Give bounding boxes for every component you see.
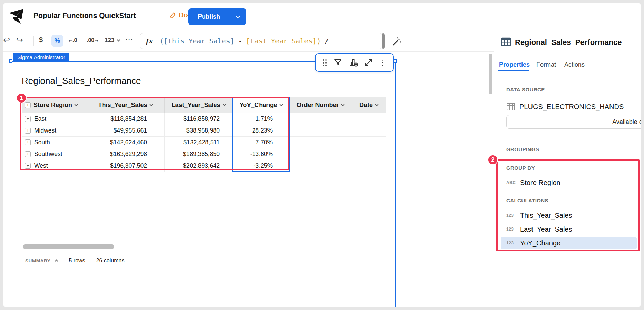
redo-icon[interactable]: ↪: [16, 35, 23, 45]
cell-last-year-sales[interactable]: $38,958,980: [165, 125, 233, 136]
chevron-down-icon[interactable]: [223, 103, 226, 106]
cell-store-region[interactable]: + South: [22, 136, 86, 148]
column-label: This_Year_Sales: [98, 101, 147, 109]
tab-properties[interactable]: Properties: [499, 61, 530, 68]
formula-input[interactable]: ƒx ([This_Year_Sales] - [Last_Year_Sales…: [140, 33, 383, 49]
cell-this-year-sales[interactable]: $49,955,661: [86, 125, 165, 136]
chevron-down-icon[interactable]: [375, 103, 379, 106]
cell-yoy-change[interactable]: 1.71%: [233, 113, 290, 125]
top-bar: Popular Functions QuickStart Draft Publi…: [3, 3, 641, 30]
column-header-this-year-sales[interactable]: This_Year_Sales: [86, 97, 165, 113]
cell-last-year-sales[interactable]: $202,893,642: [165, 160, 233, 172]
cell-date[interactable]: [351, 148, 386, 160]
filter-icon[interactable]: [334, 58, 342, 67]
drag-handle-icon[interactable]: [323, 59, 327, 66]
available-columns-label: Available col: [612, 118, 641, 126]
tab-actions[interactable]: Actions: [564, 61, 585, 68]
chevron-down-icon[interactable]: [280, 103, 283, 106]
document-title[interactable]: Popular Functions QuickStart: [33, 11, 136, 20]
expand-row-button[interactable]: +: [25, 139, 31, 145]
summary-bar: SUMMARY 5 rows 26 columns: [22, 254, 386, 263]
publish-button[interactable]: Publish: [188, 8, 230, 25]
cell-yoy-change[interactable]: -13.60%: [233, 148, 290, 160]
fx-icon: ƒx: [146, 37, 153, 45]
cell-store-region[interactable]: + West: [22, 160, 86, 172]
annotation-number-2: 2: [488, 155, 498, 165]
maximize-icon[interactable]: [365, 59, 372, 66]
vertical-scrollbar[interactable]: [489, 54, 492, 94]
cell-yoy-change[interactable]: 28.23%: [233, 125, 290, 136]
cell-store-region[interactable]: + East: [22, 113, 86, 125]
column-header-store-region[interactable]: + Store Region: [22, 97, 86, 113]
cell-last-year-sales[interactable]: $116,858,972: [165, 113, 233, 125]
region-value: South: [34, 139, 50, 146]
table-row: + South $142,624,460 $132,428,511 7.70%: [22, 136, 386, 148]
workbook-canvas: Sigma Administrator ⋮: [3, 52, 494, 307]
element-toolbar: ⋮: [315, 53, 394, 72]
group-by-item-store-region[interactable]: ABC Store Region: [501, 176, 637, 189]
expand-row-button[interactable]: +: [25, 128, 31, 134]
available-columns-button[interactable]: Available col: [506, 115, 641, 129]
add-chart-icon[interactable]: [349, 58, 358, 67]
cell-order-number[interactable]: [290, 136, 351, 148]
calculation-item-last-year-sales[interactable]: 123 Last_Year_Sales: [501, 223, 637, 235]
number-format-dropdown[interactable]: 123: [105, 37, 120, 44]
cell-last-year-sales[interactable]: $189,385,850: [165, 148, 233, 160]
cell-this-year-sales[interactable]: $196,307,502: [86, 160, 165, 172]
data-source-label: DATA SOURCE: [506, 87, 545, 93]
cell-store-region[interactable]: + Midwest: [22, 125, 86, 136]
region-value: West: [34, 162, 48, 169]
calculation-item-this-year-sales[interactable]: 123 This_Year_Sales: [501, 209, 637, 222]
cell-order-number[interactable]: [290, 125, 351, 136]
tab-format[interactable]: Format: [536, 61, 556, 68]
calculation-item-yoy-change[interactable]: 123 YoY_Change: [501, 237, 637, 249]
resize-handle[interactable]: [393, 59, 397, 63]
data-source-row[interactable]: PLUGS_ELECTRONICS_HANDS: [506, 102, 624, 111]
cell-order-number[interactable]: [290, 160, 351, 172]
element-title[interactable]: Regional_Sales_Performance: [22, 76, 141, 86]
region-value: Midwest: [34, 127, 56, 134]
cell-last-year-sales[interactable]: $132,428,511: [165, 136, 233, 148]
cell-date[interactable]: [351, 136, 386, 148]
summary-toggle[interactable]: SUMMARY: [25, 258, 50, 263]
more-formats-icon[interactable]: ⋯: [125, 35, 133, 43]
expand-all-button[interactable]: +: [25, 102, 31, 108]
sigma-logo[interactable]: [8, 8, 25, 25]
undo-icon[interactable]: ↩: [3, 35, 10, 45]
cell-order-number[interactable]: [290, 148, 351, 160]
tabs-divider: [494, 71, 641, 71]
formula-scrollbar[interactable]: [382, 33, 385, 49]
expand-row-button[interactable]: +: [25, 116, 31, 122]
resize-handle[interactable]: [9, 59, 12, 63]
currency-format-icon[interactable]: $: [39, 36, 43, 44]
data-source-name: PLUGS_ELECTRONICS_HANDS: [519, 103, 624, 111]
horizontal-scrollbar[interactable]: [23, 244, 114, 249]
column-header-order-number[interactable]: Order Number: [290, 97, 351, 113]
cell-yoy-change[interactable]: -3.25%: [233, 160, 290, 172]
cell-date[interactable]: [351, 113, 386, 125]
publish-dropdown-button[interactable]: [230, 8, 246, 25]
chevron-down-icon[interactable]: [75, 103, 78, 106]
cell-date[interactable]: [351, 125, 386, 136]
magic-wand-icon[interactable]: [392, 36, 402, 46]
cell-yoy-change[interactable]: 7.70%: [233, 136, 290, 148]
cell-date[interactable]: [351, 160, 386, 172]
column-header-last-year-sales[interactable]: Last_Year_Sales: [165, 97, 233, 113]
kebab-menu-icon[interactable]: ⋮: [379, 58, 386, 67]
cell-this-year-sales[interactable]: $163,629,298: [86, 148, 165, 160]
percent-format-icon[interactable]: %: [51, 35, 63, 47]
cell-this-year-sales[interactable]: $118,854,281: [86, 113, 165, 125]
cell-store-region[interactable]: + Southwest: [22, 148, 86, 160]
increase-decimal-icon[interactable]: .00→: [87, 37, 98, 43]
decrease-decimal-icon[interactable]: ←.0: [69, 37, 77, 43]
chevron-down-icon[interactable]: [341, 103, 344, 106]
expand-row-button[interactable]: +: [25, 151, 31, 157]
chevron-down-icon[interactable]: [149, 103, 153, 106]
expand-row-button[interactable]: +: [25, 163, 31, 169]
cell-this-year-sales[interactable]: $142,624,460: [86, 136, 165, 148]
column-header-yoy-change[interactable]: YoY_Change: [233, 97, 290, 113]
column-count: 26 columns: [96, 258, 125, 263]
cell-order-number[interactable]: [290, 113, 351, 125]
column-header-date[interactable]: Date: [351, 97, 386, 113]
chevron-up-icon[interactable]: [55, 260, 58, 263]
